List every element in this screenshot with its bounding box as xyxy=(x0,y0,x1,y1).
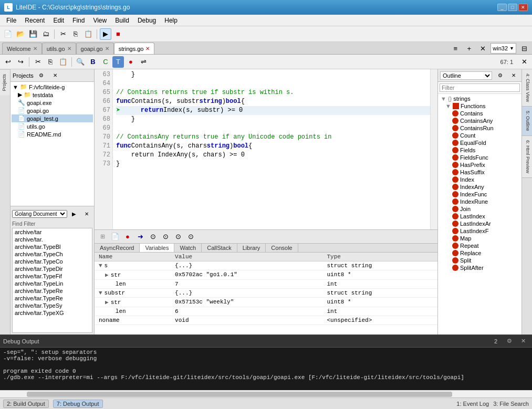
redo-button[interactable]: ↪ xyxy=(15,56,26,68)
menu-find[interactable]: Find xyxy=(68,16,89,25)
project-root[interactable]: ▼ 📁 F:/vfc/liteide-g xyxy=(12,83,93,91)
event-log-btn[interactable]: 1: Event Log xyxy=(456,401,489,407)
outline-func-indexrune[interactable]: IndexRune xyxy=(451,198,520,205)
dbg-next[interactable]: ➜ xyxy=(134,231,146,243)
et-find[interactable]: 🔍 xyxy=(75,56,86,68)
outline-func-hasprefix[interactable]: HasPrefix xyxy=(451,161,520,169)
editor-vscrollbar[interactable] xyxy=(430,69,437,229)
et-wrap[interactable]: ⇌ xyxy=(138,56,149,68)
outline-functions-group[interactable]: ▼ Functions xyxy=(439,102,520,110)
platform-selector[interactable]: win32 ▼ xyxy=(491,43,516,54)
expand-str1[interactable]: ▶ xyxy=(105,272,109,278)
minimize-button[interactable]: _ xyxy=(497,4,507,11)
outline-func-fieldsfunc[interactable]: FieldsFunc xyxy=(451,154,520,161)
et-close[interactable]: ✕ xyxy=(518,56,530,68)
dbg-run[interactable]: ● xyxy=(122,231,133,243)
outline-func-replace[interactable]: Replace xyxy=(451,249,520,257)
tab-utils[interactable]: utils.go ✕ xyxy=(42,43,76,54)
filter-item[interactable]: archive/tar.TypeCh xyxy=(13,250,92,258)
stop-button[interactable]: ■ xyxy=(112,28,124,40)
debug-tab-callstack[interactable]: CallStack xyxy=(202,244,237,252)
output-hscrollbar[interactable] xyxy=(0,390,532,397)
outline-func-fields[interactable]: Fields xyxy=(451,146,520,154)
vtab-projects[interactable]: Projects xyxy=(0,69,10,96)
copy-button[interactable]: ⎘ xyxy=(70,28,81,40)
tab-menu-btn[interactable]: ≡ xyxy=(450,43,461,54)
menu-help[interactable]: Help xyxy=(160,16,182,25)
dbg-cont[interactable]: ⊙ xyxy=(172,231,184,243)
outline-func-join[interactable]: Join xyxy=(451,205,520,213)
menu-file[interactable]: File xyxy=(2,16,20,25)
menu-view[interactable]: View xyxy=(89,16,111,25)
doc-type-select[interactable]: Golang Document xyxy=(12,210,67,218)
undo-button[interactable]: ↩ xyxy=(2,56,14,68)
close-tab-welcome[interactable]: ✕ xyxy=(33,46,37,51)
code-scroll[interactable]: } // Contains returns true if substr is … xyxy=(113,69,430,229)
filter-item[interactable]: archive/tar.TypeBl xyxy=(13,243,92,250)
outline-select[interactable]: Outline xyxy=(440,71,492,80)
filter-item[interactable]: archive/tar. xyxy=(13,236,92,243)
dbg-rec[interactable]: 📄 xyxy=(109,231,121,243)
vtab-outline[interactable]: 5: Outline xyxy=(522,107,532,136)
cut-button[interactable]: ✂ xyxy=(57,28,69,40)
tree-goapi-go[interactable]: 📄goapi.go xyxy=(12,107,93,114)
save-button[interactable]: 💾 xyxy=(27,28,39,40)
outline-settings[interactable]: ⚙ xyxy=(494,70,506,81)
outline-root[interactable]: ▼ {} strings xyxy=(439,95,520,102)
outline-func-containsrune[interactable]: ContainsRun xyxy=(451,124,520,132)
filter-item[interactable]: archive/tar.TypeCo xyxy=(13,258,92,265)
et-stop[interactable]: ● xyxy=(125,56,137,68)
filter-close[interactable]: ✕ xyxy=(81,208,92,219)
tab-close-btn[interactable]: ✕ xyxy=(477,43,488,54)
close-button[interactable]: ✕ xyxy=(518,4,528,11)
debug-output-btn[interactable]: 7: Debug Output xyxy=(53,400,103,408)
paste-button[interactable]: 📋 xyxy=(82,28,94,40)
tree-readme[interactable]: 📄README.md xyxy=(12,130,93,138)
tree-goapi-exe[interactable]: 🔧goapi.exe xyxy=(12,99,93,107)
menu-recent[interactable]: Recent xyxy=(20,16,49,25)
code-editor[interactable]: 6364656667686970717273 } // Contains ret… xyxy=(95,69,437,229)
et-cut[interactable]: ✂ xyxy=(32,56,44,68)
vtab-class[interactable]: 4: Class View xyxy=(522,69,532,107)
dbg-restart[interactable]: ⊞ xyxy=(97,231,108,243)
output-close[interactable]: ✕ xyxy=(517,335,529,347)
et-c[interactable]: C xyxy=(100,56,111,68)
outline-func-lastindexany[interactable]: LastIndexAr xyxy=(451,220,520,227)
run-button[interactable]: ▶ xyxy=(100,28,111,40)
outline-func-lastindexfunc[interactable]: LastIndexF xyxy=(451,227,520,235)
outline-func-indexany[interactable]: IndexAny xyxy=(451,183,520,191)
dbg-break[interactable]: ⊙ xyxy=(185,231,196,243)
output-settings[interactable]: ⚙ xyxy=(504,335,515,347)
debug-tab-variables[interactable]: Variables xyxy=(140,244,174,252)
debug-tab-watch[interactable]: Watch xyxy=(174,244,202,252)
new-button[interactable]: 📄 xyxy=(2,28,14,40)
project-settings[interactable]: ⚙ xyxy=(36,70,47,81)
filter-item[interactable]: archive/tar.TypeLin xyxy=(13,280,92,287)
outline-func-repeat[interactable]: Repeat xyxy=(451,242,520,249)
debug-tab-asyncrecord[interactable]: AsyncRecord xyxy=(95,244,140,252)
outline-func-split[interactable]: Split xyxy=(451,257,520,264)
menu-debug[interactable]: Debug xyxy=(133,16,160,25)
project-close[interactable]: ✕ xyxy=(49,70,61,81)
dbg-out[interactable]: ⊙ xyxy=(160,231,171,243)
tab-strings[interactable]: strings.go ✕ xyxy=(114,43,155,54)
et-t[interactable]: T xyxy=(112,56,124,68)
tab-add-btn[interactable]: + xyxy=(463,43,475,54)
split-btn[interactable]: ⊟ xyxy=(518,43,530,54)
maximize-button[interactable]: □ xyxy=(508,4,517,11)
tree-goapi-test[interactable]: 📄goapi_test.g xyxy=(12,114,93,122)
expand-substr[interactable]: ▼ xyxy=(99,290,102,296)
outline-close[interactable]: ✕ xyxy=(508,70,519,81)
outline-func-containsany[interactable]: ContainsAny xyxy=(451,117,520,124)
close-tab-utils[interactable]: ✕ xyxy=(67,46,71,51)
filter-item[interactable]: archive/tar.TypeSy xyxy=(13,302,92,309)
et-b[interactable]: B xyxy=(87,56,99,68)
close-tab-goapi[interactable]: ✕ xyxy=(105,46,109,51)
menu-build[interactable]: Build xyxy=(111,16,133,25)
et-paste[interactable]: 📋 xyxy=(57,56,69,68)
expand-str2[interactable]: ▶ xyxy=(105,299,109,306)
build-output-btn[interactable]: 2: Build Output xyxy=(3,400,49,408)
filter-item[interactable]: archive/tar xyxy=(13,228,92,236)
filter-item[interactable]: archive/tar.TypeXG xyxy=(13,309,92,317)
save-all-button[interactable]: 🗂 xyxy=(40,28,51,40)
